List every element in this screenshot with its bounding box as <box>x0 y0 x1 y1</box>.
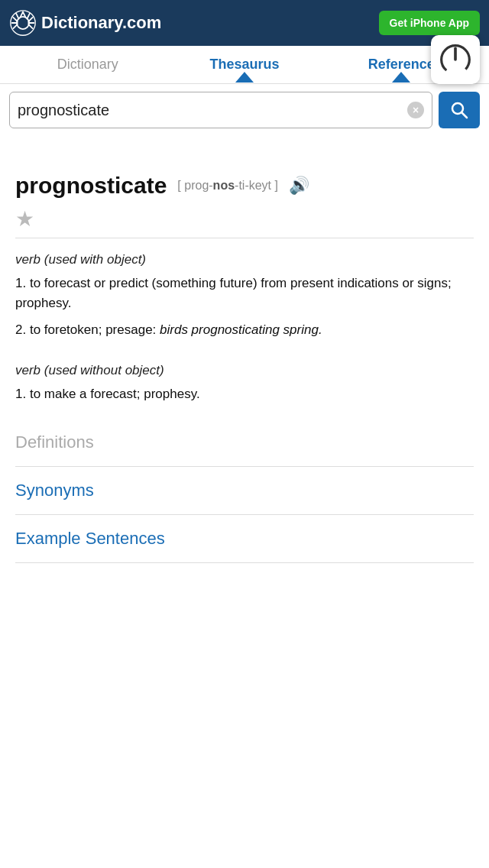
spacer <box>0 136 489 157</box>
power-icon <box>439 43 472 76</box>
def-entry-1-1: 1. to forecast or predict (something fut… <box>15 274 474 313</box>
logo-icon <box>9 9 37 37</box>
pos-label-1: verb (used with object) <box>15 252 474 267</box>
sound-icon[interactable]: 🔊 <box>289 176 309 196</box>
pronunciation: [ prog-nos-ti-keyt ] <box>177 179 278 193</box>
search-area: × <box>0 84 489 136</box>
example-sentences-section[interactable]: Example Sentences <box>0 515 489 562</box>
synonyms-section[interactable]: Synonyms <box>0 467 489 514</box>
definitions-section: Definitions <box>0 419 489 466</box>
tab-dictionary[interactable]: Dictionary <box>9 47 166 82</box>
search-button[interactable] <box>439 92 480 128</box>
tab-thesaurus[interactable]: Thesaurus <box>166 47 322 82</box>
synonyms-label[interactable]: Synonyms <box>15 481 94 500</box>
logo-text: Dictionary.com <box>41 13 161 33</box>
favorite-star[interactable]: ★ <box>15 207 34 231</box>
star-row: ★ <box>15 206 474 232</box>
divider-1 <box>15 238 474 238</box>
definitions-label: Definitions <box>15 432 94 452</box>
divider-4 <box>15 562 474 563</box>
pos-label-2: verb (used without object) <box>15 363 474 378</box>
nav-tabs: Dictionary Thesaurus Reference <box>0 46 489 84</box>
word-header: prognosticate [ prog-nos-ti-keyt ] 🔊 <box>15 173 474 199</box>
definition-block-2: verb (used without object) 1. to make a … <box>15 355 474 419</box>
example-sentences-label[interactable]: Example Sentences <box>15 529 165 548</box>
search-icon <box>449 100 469 120</box>
definition-block-1: verb (used with object) 1. to forecast o… <box>15 245 474 355</box>
clear-button[interactable]: × <box>407 102 424 118</box>
get-app-button[interactable]: Get iPhone App <box>379 11 480 35</box>
def-entry-1-2: 2. to foretoken; presage: birds prognost… <box>15 320 474 340</box>
logo: Dictionary.com <box>9 9 161 37</box>
app-header: Dictionary.com Get iPhone App <box>0 0 489 46</box>
word-title: prognosticate <box>15 173 167 199</box>
content-area: prognosticate [ prog-nos-ti-keyt ] 🔊 ★ v… <box>0 157 489 419</box>
search-input-wrapper: × <box>9 92 432 128</box>
power-overlay <box>431 35 480 84</box>
svg-line-15 <box>462 113 468 118</box>
def-entry-2-1: 1. to make a forecast; prophesy. <box>15 384 474 404</box>
search-input[interactable] <box>18 102 407 119</box>
